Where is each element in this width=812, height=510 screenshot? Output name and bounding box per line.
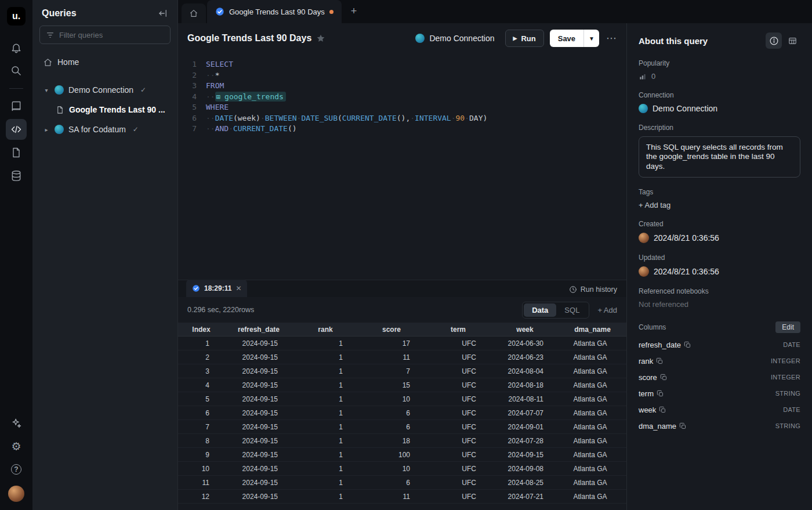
copy-icon[interactable] xyxy=(659,406,666,414)
tags-label: Tags xyxy=(639,188,800,196)
run-result-tab[interactable]: 18:29:11 ✕ xyxy=(186,280,247,297)
run-button[interactable]: ▶ Run xyxy=(505,30,544,47)
column-name: refresh_date xyxy=(639,341,681,349)
home-tab[interactable] xyxy=(182,3,206,23)
table-cell: 2024-08-18 xyxy=(491,381,559,389)
view-tab-data[interactable]: Data xyxy=(524,303,556,317)
tab-google-trends[interactable]: Google Trends Last 90 Days xyxy=(207,0,342,23)
column-header[interactable]: dma_name xyxy=(559,325,626,334)
sidebar-item-google-trends-query[interactable]: Google Trends Last 90 ... xyxy=(39,100,171,120)
filter-queries-box[interactable] xyxy=(39,26,171,44)
connection-icon xyxy=(55,85,64,95)
sidebar-item-demo-connection[interactable]: ▾ Demo Connection ✓ xyxy=(39,80,171,100)
code-line[interactable]: 2··* xyxy=(178,70,626,81)
description-field[interactable]: This SQL query selects all records from … xyxy=(639,136,800,178)
table-row[interactable]: 72024-09-1516UFC2024-09-01Atlanta GA xyxy=(178,420,626,434)
add-tag-button[interactable]: + Add tag xyxy=(639,201,670,209)
column-header[interactable]: week xyxy=(491,325,559,334)
column-header[interactable]: score xyxy=(358,325,425,334)
notebooks-button[interactable] xyxy=(6,142,27,163)
save-dropdown-button[interactable]: ▼ xyxy=(584,30,599,47)
table-cell: 2024-08-11 xyxy=(491,395,559,403)
chevron-right-icon[interactable]: ▸ xyxy=(43,126,50,133)
run-history-button[interactable]: Run history xyxy=(569,285,626,297)
copy-icon[interactable] xyxy=(684,341,691,349)
connection-icon xyxy=(639,104,648,113)
column-meta-row[interactable]: weekDATE xyxy=(639,402,800,418)
info-tab-button[interactable] xyxy=(766,32,782,49)
chevron-down-icon[interactable]: ▾ xyxy=(43,87,50,93)
search-button[interactable] xyxy=(6,60,27,81)
ai-assistant-button[interactable] xyxy=(6,413,27,433)
table-row[interactable]: 12024-09-15117UFC2024-06-30Atlanta GA xyxy=(178,337,626,350)
unsaved-dot xyxy=(329,10,334,14)
column-meta-row[interactable]: dma_nameSTRING xyxy=(639,418,800,434)
column-header[interactable]: Index xyxy=(178,325,224,334)
table-row[interactable]: 42024-09-15115UFC2024-08-18Atlanta GA xyxy=(178,378,626,392)
filter-icon xyxy=(46,31,55,39)
filter-queries-input[interactable] xyxy=(59,31,164,39)
table-row[interactable]: 112024-09-1516UFC2024-08-25Atlanta GA xyxy=(178,476,626,490)
table-cell: 1 xyxy=(293,381,358,389)
add-view-button[interactable]: + Add xyxy=(597,306,617,314)
star-icon[interactable] xyxy=(316,34,325,43)
table-row[interactable]: 52024-09-15110UFC2024-08-11Atlanta GA xyxy=(178,392,626,406)
copy-icon[interactable] xyxy=(679,422,687,430)
copy-icon[interactable] xyxy=(660,374,668,381)
connection-value[interactable]: Demo Connection xyxy=(639,104,800,113)
copy-icon[interactable] xyxy=(657,390,664,397)
table-cell: 2024-09-15 xyxy=(224,381,293,389)
sql-token: FROM xyxy=(206,81,224,90)
table-row[interactable]: 102024-09-15110UFC2024-09-08Atlanta GA xyxy=(178,462,626,476)
column-header[interactable]: refresh_date xyxy=(224,325,293,334)
connection-name: Demo Connection xyxy=(652,104,717,113)
sql-editor[interactable]: 1SELECT2··*3FROM4··google_trends5WHERE6·… xyxy=(178,53,626,280)
connection-selector[interactable]: Demo Connection xyxy=(415,34,494,43)
queries-nav-button[interactable] xyxy=(6,119,27,140)
table-row[interactable]: 32024-09-1517UFC2024-08-04Atlanta GA xyxy=(178,364,626,378)
result-stats: 0.296 sec, 2220rows xyxy=(187,306,254,314)
table-cell: 10 xyxy=(358,465,425,473)
new-tab-button[interactable]: + xyxy=(342,5,367,23)
column-meta-row[interactable]: scoreINTEGER xyxy=(639,369,800,385)
table-cell: 2024-07-28 xyxy=(491,437,559,445)
column-meta-row[interactable]: refresh_dateDATE xyxy=(639,337,800,353)
table-row[interactable]: 82024-09-15118UFC2024-07-28Atlanta GA xyxy=(178,434,626,448)
table-row[interactable]: 22024-09-15111UFC2024-06-23Atlanta GA xyxy=(178,350,626,364)
column-header[interactable]: term xyxy=(425,325,491,334)
sidebar-item-sa-for-codatum[interactable]: ▸ SA for Codatum ✓ xyxy=(39,120,171,139)
code-line[interactable]: 3FROM xyxy=(178,81,626,92)
column-meta-row[interactable]: rankINTEGER xyxy=(639,353,800,369)
table-cell: UFC xyxy=(425,465,491,473)
user-avatar[interactable] xyxy=(8,486,24,502)
table-row[interactable]: 122024-09-15111UFC2024-07-21Atlanta GA xyxy=(178,490,626,504)
code-line[interactable]: 7··AND·CURRENT_DATE() xyxy=(178,124,626,135)
schema-tab-button[interactable] xyxy=(784,32,800,49)
line-number: 7 xyxy=(178,124,206,135)
help-button[interactable]: ? xyxy=(6,459,27,480)
table-cell: UFC xyxy=(425,353,491,361)
code-line[interactable]: 6··DATE(week)·BETWEEN·DATE_SUB(CURRENT_D… xyxy=(178,113,626,124)
app-logo[interactable]: u. xyxy=(7,7,26,26)
view-tab-sql[interactable]: SQL xyxy=(556,303,588,317)
table-cell: 2024-09-15 xyxy=(224,367,293,375)
notifications-button[interactable] xyxy=(6,37,27,58)
copy-icon[interactable] xyxy=(656,357,664,365)
table-row[interactable]: 62024-09-1516UFC2024-07-07Atlanta GA xyxy=(178,406,626,420)
more-options-button[interactable]: ⋯ xyxy=(606,32,617,45)
docs-button[interactable] xyxy=(6,96,27,117)
table-row[interactable]: 92024-09-151100UFC2024-09-15Atlanta GA xyxy=(178,448,626,462)
sql-token: WHERE xyxy=(206,103,229,111)
sidebar-item-home[interactable]: Home xyxy=(39,52,171,72)
code-line[interactable]: 5WHERE xyxy=(178,102,626,113)
edit-columns-button[interactable]: Edit xyxy=(775,321,800,333)
column-header[interactable]: rank xyxy=(293,325,358,334)
save-button[interactable]: Save xyxy=(550,30,583,47)
close-icon[interactable]: ✕ xyxy=(235,284,241,292)
connections-button[interactable] xyxy=(6,165,27,186)
collapse-sidebar-button[interactable] xyxy=(158,8,168,19)
column-meta-row[interactable]: termSTRING xyxy=(639,385,800,402)
code-line[interactable]: 1SELECT xyxy=(178,59,626,70)
settings-button[interactable]: ⚙ xyxy=(6,436,27,457)
code-line[interactable]: 4··google_trends xyxy=(178,92,626,103)
